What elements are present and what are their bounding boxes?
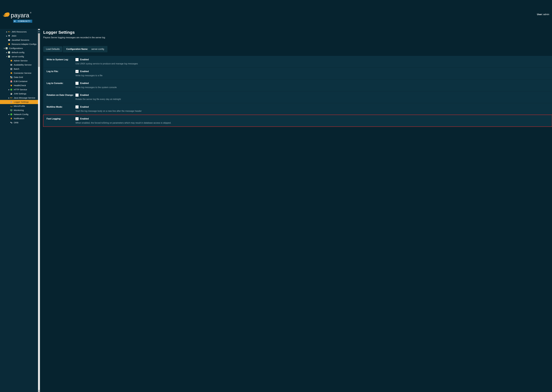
community-badge: COMMUNITY — [13, 20, 32, 23]
sidebar-collapse-button[interactable]: ◂◂ — [37, 30, 40, 33]
sidebar-scrollbar[interactable]: ▴ ▾ — [38, 29, 40, 392]
tree-item-label: JavaMail Sessions — [12, 39, 29, 41]
caret-right-icon[interactable]: ▶ — [6, 52, 8, 53]
caret-down-icon[interactable]: ▼ — [6, 56, 8, 57]
scroll-down-button[interactable]: ▾ — [38, 390, 40, 392]
enabled-label: Enabled — [80, 94, 89, 96]
setting-label: Write to System Log: — [47, 58, 76, 61]
tree-item-label: Notification — [14, 117, 24, 120]
tree-item-label: ORB — [14, 121, 18, 124]
setting-row-write-to-system-log: Write to System Log:EnabledUse UNIX sysl… — [43, 56, 552, 67]
caret-right-icon[interactable]: ▶ — [8, 89, 10, 91]
tree-item-monitoring[interactable]: ▶Monitoring — [0, 108, 38, 112]
tree-item-availability-service[interactable]: ▶Availability Service — [0, 63, 38, 67]
tree-item-jvm-settings[interactable]: ▶JVM Settings — [0, 92, 38, 96]
svg-point-0 — [5, 14, 5, 15]
tree-item-javamail-sessions[interactable]: ▶JavaMail Sessions — [0, 38, 38, 42]
setting-help: When enabled, the forced toString on par… — [76, 122, 549, 124]
setting-label: Multiline Mode: — [47, 105, 76, 108]
page-title: Logger Settings — [43, 30, 552, 35]
checkbox[interactable] — [76, 82, 78, 85]
main-content: Logger Settings Payara Server logging me… — [40, 29, 552, 392]
tree-item-ejb-container[interactable]: ▶EJB Container — [0, 79, 38, 84]
enabled-label: Enabled — [80, 118, 89, 120]
caret-right-icon[interactable]: ▶ — [6, 31, 8, 33]
link-icon — [10, 121, 13, 124]
logo-text: payara — [11, 12, 29, 19]
logo-block: payara ® COMMUNITY — [3, 12, 32, 23]
tree-item-label: JMS Resources — [12, 31, 27, 33]
puzzle-icon — [10, 59, 13, 62]
tree-item-label: JNDI — [12, 35, 16, 37]
caret-down-icon[interactable]: ▼ — [3, 48, 5, 49]
tree-item-label: Logger Settings — [14, 101, 29, 103]
setting-label: Log to File: — [47, 70, 76, 73]
caret-right-icon[interactable]: ▶ — [8, 113, 10, 115]
jar-icon — [10, 80, 13, 83]
tree-item-healthcheck[interactable]: ▶HealthCheck — [0, 84, 38, 88]
puzzle-icon — [8, 43, 10, 45]
page-subtitle: Payara Server logging messages are recor… — [43, 36, 552, 39]
enabled-label: Enabled — [80, 82, 89, 84]
enabled-label: Enabled — [80, 58, 89, 61]
setting-help: Start the log message body on a new line… — [76, 110, 549, 112]
tree-item-orb[interactable]: ▶ORB — [0, 121, 38, 125]
configuration-bar: Configuration Name: server-config — [63, 46, 107, 52]
tree-item-label: HealthCheck — [14, 84, 26, 87]
checkbox[interactable]: ✓ — [76, 117, 78, 120]
app-header: payara ® COMMUNITY User: admin — [0, 0, 552, 29]
tree-item-label: Monitoring — [14, 109, 24, 112]
tree-item-java-message-service[interactable]: ▶Java Message Service — [0, 96, 38, 100]
load-defaults-button[interactable]: Load Defaults — [43, 46, 62, 52]
setting-row-fast-logging: Fast Logging:✓EnabledWhen enabled, the f… — [43, 115, 552, 127]
tree-item-admin-service[interactable]: ▶Admin Service — [0, 59, 38, 63]
tree-item-default-config[interactable]: ▶default-config — [0, 50, 38, 55]
tree-item-connector-service[interactable]: ▶Connector Service — [0, 71, 38, 75]
tree-item-resource-adapter-configs[interactable]: ▶Resource Adapter Configs — [0, 42, 38, 46]
tree-item-network-config[interactable]: ▶Network Config — [0, 112, 38, 116]
sliders-icon — [8, 51, 10, 54]
sliders-icon — [8, 55, 10, 58]
scrollbar-thumb[interactable] — [38, 31, 40, 67]
checkbox[interactable]: ✓ — [76, 105, 78, 108]
checkbox[interactable] — [76, 58, 78, 61]
tree-item-batch[interactable]: ▶Batch — [0, 67, 38, 71]
tree-item-microprofile[interactable]: ▶MicroProfile — [0, 104, 38, 108]
tree-item-label: HTTP Service — [14, 88, 27, 91]
config-name-value: server-config — [91, 48, 104, 50]
payara-fish-icon — [3, 11, 10, 18]
sliders-icon — [5, 47, 8, 49]
servers-icon — [10, 63, 13, 66]
tree-item-label: Network Config — [14, 113, 28, 116]
tree-item-configurations[interactable]: ▼Configurations — [0, 46, 38, 50]
user-info: User: admin — [537, 13, 549, 16]
setting-help: Use UNIX syslog service to produce and m… — [76, 63, 549, 65]
setting-row-log-to-console: Log to Console:EnabledWrite log messages… — [43, 79, 552, 91]
sidebar: ◂◂ ▶JMS Resources▶JNDI▶JavaMail Sessions… — [0, 29, 40, 392]
tree-item-jms-resources[interactable]: ▶JMS Resources — [0, 30, 38, 34]
tree-item-notification[interactable]: ▶Notification — [0, 116, 38, 121]
tree-item-label: Availability Service — [14, 63, 32, 66]
tree-item-label: Connector Service — [14, 72, 31, 74]
setting-help: Write log messages to the system console — [76, 86, 549, 89]
setting-row-multiline-mode: Multiline Mode:✓EnabledStart the log mes… — [43, 103, 552, 115]
caret-right-icon[interactable]: ▶ — [8, 97, 10, 99]
tree-item-jndi[interactable]: ▶JNDI — [0, 34, 38, 38]
tree-item-server-config[interactable]: ▼server-config — [0, 55, 38, 59]
funnel-icon — [8, 35, 10, 37]
setting-help: Write log messages to a file — [76, 74, 549, 77]
tree-item-label: Java Message Service — [14, 97, 35, 99]
checkbox[interactable]: ✓ — [76, 70, 78, 73]
user-value: admin — [543, 13, 549, 15]
tree-item-logger-settings[interactable]: ▶Logger Settings — [0, 100, 38, 104]
tree-item-label: Configurations — [9, 47, 23, 49]
globe-icon — [10, 88, 13, 91]
bell-icon — [10, 117, 13, 120]
caret-right-icon[interactable]: ▶ — [6, 35, 8, 37]
enabled-label: Enabled — [80, 70, 89, 73]
checkbox[interactable] — [76, 94, 78, 97]
tree-item-data-grid[interactable]: ▶Data Grid — [0, 75, 38, 79]
setting-label: Log to Console: — [47, 82, 76, 84]
doc-icon — [10, 101, 13, 103]
tree-item-http-service[interactable]: ▶HTTP Service — [0, 88, 38, 92]
